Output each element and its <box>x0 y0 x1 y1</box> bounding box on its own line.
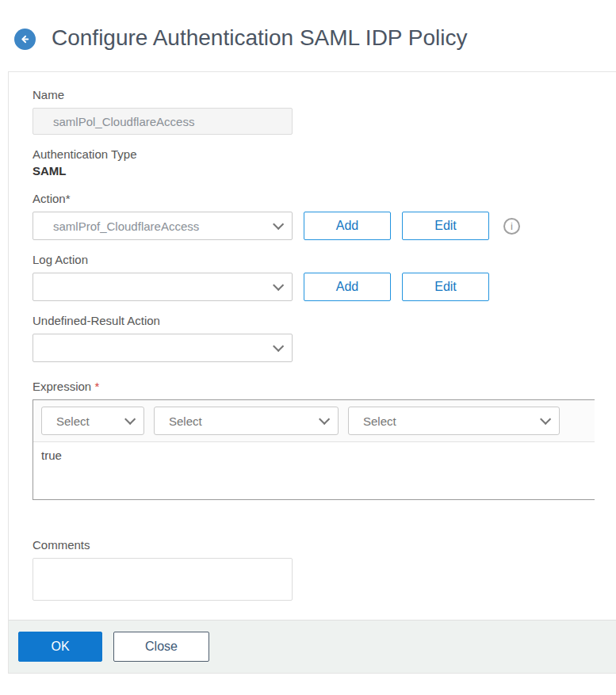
auth-type-group: Authentication Type SAML <box>33 147 616 178</box>
action-field-group: Action* samlProf_CloudflareAccess Add Ed… <box>33 192 616 240</box>
required-asterisk: * <box>94 380 99 393</box>
form-footer: OK Close <box>9 620 616 674</box>
back-arrow-icon <box>19 33 31 45</box>
log-action-label: Log Action <box>33 253 616 266</box>
ok-button[interactable]: OK <box>18 632 102 662</box>
auth-type-label: Authentication Type <box>33 147 616 161</box>
log-action-edit-button[interactable]: Edit <box>402 273 489 301</box>
form-panel: Name Authentication Type SAML Action* sa… <box>8 71 616 674</box>
undefined-result-label: Undefined-Result Action <box>33 314 616 327</box>
expression-select-3-value: Select <box>363 414 540 428</box>
expression-text-area[interactable]: true <box>33 442 595 499</box>
chevron-down-icon <box>319 414 330 425</box>
action-select-value: samlProf_CloudflareAccess <box>53 220 273 233</box>
log-action-add-button[interactable]: Add <box>304 273 391 301</box>
page-header: Configure Authentication SAML IDP Policy <box>0 0 616 71</box>
chevron-down-icon <box>124 414 136 425</box>
expression-select-2-value: Select <box>169 414 319 428</box>
expression-select-2[interactable]: Select <box>154 407 339 435</box>
expression-select-1[interactable]: Select <box>41 407 144 435</box>
expression-select-1-value: Select <box>56 414 124 428</box>
comments-label: Comments <box>33 538 616 552</box>
expression-field-group: Expression * Select Select Select <box>33 380 616 500</box>
comments-textarea[interactable] <box>33 558 293 601</box>
name-input <box>33 108 293 135</box>
back-button[interactable] <box>14 29 36 50</box>
expression-select-3[interactable]: Select <box>348 407 560 435</box>
chevron-down-icon <box>273 341 284 352</box>
expression-toolbar: Select Select Select <box>33 400 595 442</box>
expression-label: Expression * <box>33 380 616 393</box>
chevron-down-icon <box>540 414 551 425</box>
name-label: Name <box>33 88 616 101</box>
page-title: Configure Authentication SAML IDP Policy <box>52 24 468 52</box>
name-field-group: Name <box>33 88 616 135</box>
close-button[interactable]: Close <box>113 632 209 662</box>
expression-editor: Select Select Select true <box>33 399 595 500</box>
info-icon[interactable]: i <box>503 218 520 235</box>
log-action-field-group: Log Action Add Edit <box>33 253 616 301</box>
chevron-down-icon <box>273 219 284 230</box>
auth-type-value: SAML <box>33 164 616 178</box>
expression-label-text: Expression <box>33 380 91 393</box>
log-action-select[interactable] <box>33 273 293 301</box>
comments-field-group: Comments <box>33 538 616 604</box>
chevron-down-icon <box>273 280 284 291</box>
undefined-result-select[interactable] <box>33 334 293 362</box>
action-add-button[interactable]: Add <box>304 212 391 240</box>
action-label: Action* <box>33 192 616 205</box>
undefined-result-field-group: Undefined-Result Action <box>33 314 616 362</box>
action-select[interactable]: samlProf_CloudflareAccess <box>33 212 293 240</box>
action-edit-button[interactable]: Edit <box>402 212 489 240</box>
